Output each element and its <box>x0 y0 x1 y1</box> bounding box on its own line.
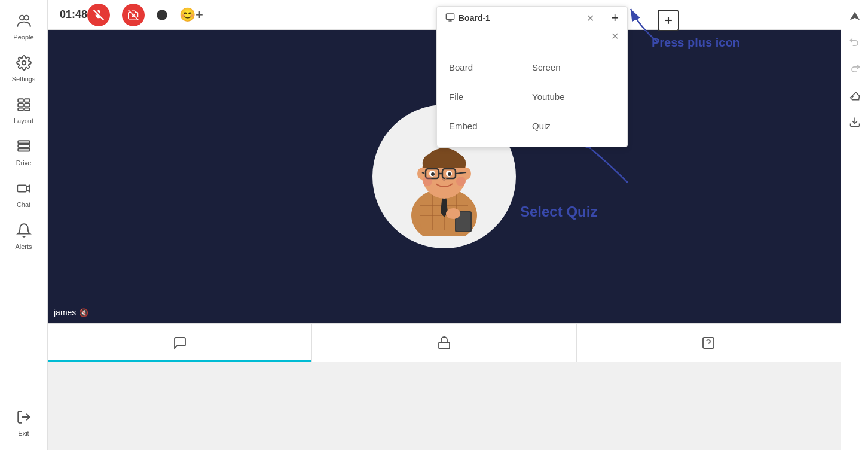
cam-button[interactable] <box>122 4 145 26</box>
svg-rect-47 <box>703 338 714 348</box>
people-icon <box>16 13 32 31</box>
navigation-button[interactable] <box>844 6 866 28</box>
svg-rect-46 <box>439 342 450 349</box>
board-panel-header: Board-1 ✕ + <box>437 7 627 26</box>
record-indicator <box>157 10 167 20</box>
board-menu-row-3: Embed Quiz <box>437 111 627 141</box>
board-panel: Board-1 ✕ + ✕ Board Screen File Youtube <box>436 6 628 147</box>
sidebar-item-settings[interactable]: Settings <box>0 48 47 90</box>
help-tab[interactable] <box>577 324 841 362</box>
svg-point-1 <box>24 16 29 20</box>
settings-icon <box>16 55 32 73</box>
chat-tab[interactable] <box>48 324 312 362</box>
sidebar-item-alerts[interactable]: Alerts <box>0 215 47 257</box>
board-panel-plus-button[interactable]: + <box>611 10 619 26</box>
board-menu-youtube[interactable]: Youtube <box>532 88 615 105</box>
board-menu-board[interactable]: Board <box>449 59 532 76</box>
video-username-label: james 🔇 <box>54 308 88 317</box>
svg-rect-9 <box>18 141 30 143</box>
mute-button[interactable] <box>87 4 110 26</box>
board-menu-row-2: File Youtube <box>437 82 627 111</box>
svg-rect-11 <box>18 148 30 151</box>
svg-rect-15 <box>17 186 26 192</box>
svg-line-18 <box>129 10 139 20</box>
sidebar-item-people-label: People <box>13 34 33 41</box>
sidebar-item-exit-label: Exit <box>18 430 29 437</box>
svg-rect-4 <box>25 99 30 102</box>
svg-rect-3 <box>18 99 23 102</box>
svg-point-42 <box>456 177 466 186</box>
board-title: Board-1 <box>459 13 583 23</box>
svg-point-45 <box>446 208 460 219</box>
svg-rect-7 <box>18 108 23 110</box>
board-tab-icon <box>445 13 455 24</box>
right-toolbar <box>841 0 868 450</box>
sidebar-item-drive[interactable]: Drive <box>0 132 47 174</box>
svg-point-39 <box>431 172 435 176</box>
sidebar-item-drive-label: Drive <box>16 159 32 166</box>
emoji-button[interactable]: 😊+ <box>179 7 203 23</box>
time-display: 01:48 <box>60 8 87 21</box>
svg-point-41 <box>423 177 432 186</box>
add-tab-button[interactable] <box>658 10 679 31</box>
board-menu-file[interactable]: File <box>449 88 532 105</box>
board-inner-close[interactable]: ✕ <box>611 31 619 42</box>
eraser-button[interactable] <box>844 85 866 107</box>
muted-icon: 🔇 <box>79 308 88 317</box>
sidebar-item-chat[interactable]: Chat <box>0 174 47 215</box>
lock-tab[interactable] <box>312 324 576 362</box>
sidebar-item-layout[interactable]: Layout <box>0 90 47 132</box>
board-menu-screen[interactable]: Screen <box>532 59 615 76</box>
sidebar-item-alerts-label: Alerts <box>15 243 32 250</box>
bottom-tabs <box>48 323 841 362</box>
board-menu-content: Board Screen File Youtube Embed Quiz <box>437 47 627 147</box>
top-bar-icons: 😊+ <box>87 4 203 26</box>
svg-rect-5 <box>18 104 23 107</box>
exit-icon <box>16 409 32 427</box>
svg-point-40 <box>448 172 451 176</box>
svg-rect-10 <box>18 145 30 147</box>
chat-video-icon <box>16 181 32 199</box>
board-inner-close-row: ✕ <box>437 26 627 47</box>
undo-button[interactable] <box>844 32 866 54</box>
sidebar-item-chat-label: Chat <box>17 201 30 208</box>
layout-icon <box>16 97 32 115</box>
sidebar-item-settings-label: Settings <box>12 75 36 83</box>
sidebar-item-layout-label: Layout <box>14 117 33 124</box>
alerts-icon <box>16 223 32 241</box>
board-panel-close-x[interactable]: ✕ <box>586 13 594 24</box>
svg-point-2 <box>22 61 26 65</box>
board-menu-embed[interactable]: Embed <box>449 117 532 135</box>
download-button[interactable] <box>844 111 866 133</box>
svg-rect-6 <box>25 104 30 107</box>
svg-rect-8 <box>25 108 30 110</box>
drive-icon <box>16 139 32 157</box>
redo-button[interactable] <box>844 59 866 80</box>
sidebar-item-people[interactable]: People <box>0 6 47 48</box>
svg-point-0 <box>19 16 24 20</box>
svg-rect-50 <box>446 14 454 19</box>
sidebar: People Settings Layout <box>0 0 48 450</box>
sidebar-item-exit[interactable]: Exit <box>0 402 47 444</box>
top-bar-left: 01:48 <box>60 8 87 21</box>
username-text: james <box>54 308 76 317</box>
board-menu-row-1: Board Screen <box>437 53 627 82</box>
board-menu-quiz[interactable]: Quiz <box>532 117 615 135</box>
